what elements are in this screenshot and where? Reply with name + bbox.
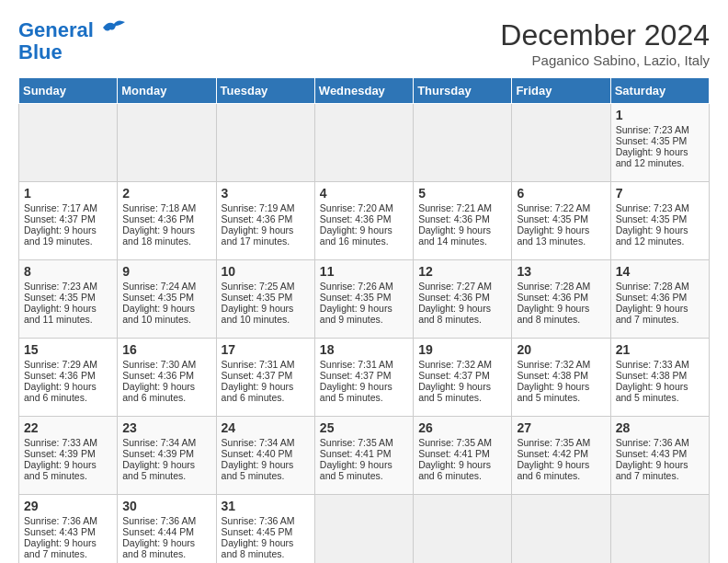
calendar-cell xyxy=(414,104,512,182)
sunrise-text: Sunrise: 7:22 AM xyxy=(517,202,605,213)
sunset-text: Sunset: 4:38 PM xyxy=(616,370,704,381)
daylight-text: Daylight: 9 hours and 8 minutes. xyxy=(418,303,506,325)
calendar-header-cell: Sunday xyxy=(19,78,118,104)
logo-general: General xyxy=(18,18,94,41)
sunrise-text: Sunrise: 7:32 AM xyxy=(418,359,506,370)
daylight-text: Daylight: 9 hours and 9 minutes. xyxy=(320,303,408,325)
day-number: 2 xyxy=(122,186,210,201)
sunset-text: Sunset: 4:39 PM xyxy=(24,448,112,459)
calendar-header-cell: Thursday xyxy=(414,78,512,104)
sunrise-text: Sunrise: 7:36 AM xyxy=(616,437,704,448)
sunrise-text: Sunrise: 7:36 AM xyxy=(122,515,210,526)
sunrise-text: Sunrise: 7:23 AM xyxy=(24,281,112,292)
sunset-text: Sunset: 4:41 PM xyxy=(418,448,506,459)
sunrise-text: Sunrise: 7:20 AM xyxy=(320,202,408,213)
sunrise-text: Sunrise: 7:23 AM xyxy=(616,202,704,213)
calendar-cell xyxy=(216,104,314,182)
calendar-header-cell: Wednesday xyxy=(314,78,413,104)
sunset-text: Sunset: 4:35 PM xyxy=(616,213,704,224)
calendar-cell: 10Sunrise: 7:25 AMSunset: 4:35 PMDayligh… xyxy=(216,260,314,339)
day-number: 15 xyxy=(24,342,112,357)
day-number: 27 xyxy=(517,420,605,435)
calendar-cell: 26Sunrise: 7:35 AMSunset: 4:41 PMDayligh… xyxy=(414,417,512,495)
sunrise-text: Sunrise: 7:33 AM xyxy=(24,437,112,448)
sunset-text: Sunset: 4:37 PM xyxy=(24,213,112,224)
sunrise-text: Sunrise: 7:36 AM xyxy=(222,515,310,526)
header: General Blue December 2024 Paganico Sabi… xyxy=(18,18,710,68)
day-number: 1 xyxy=(616,108,704,122)
daylight-text: Daylight: 9 hours and 5 minutes. xyxy=(418,381,506,403)
daylight-text: Daylight: 9 hours and 6 minutes. xyxy=(24,381,112,403)
sunset-text: Sunset: 4:35 PM xyxy=(122,292,210,303)
calendar-cell: 7Sunrise: 7:23 AMSunset: 4:35 PMDaylight… xyxy=(610,182,709,260)
sunset-text: Sunset: 4:41 PM xyxy=(320,448,408,459)
daylight-text: Daylight: 9 hours and 7 minutes. xyxy=(616,303,704,325)
calendar-cell: 24Sunrise: 7:34 AMSunset: 4:40 PMDayligh… xyxy=(216,417,314,495)
sunrise-text: Sunrise: 7:33 AM xyxy=(616,359,704,370)
sunrise-text: Sunrise: 7:19 AM xyxy=(222,202,310,213)
sunrise-text: Sunrise: 7:17 AM xyxy=(24,202,112,213)
day-number: 12 xyxy=(418,264,506,279)
sunset-text: Sunset: 4:36 PM xyxy=(222,213,310,224)
location-title: Paganico Sabino, Lazio, Italy xyxy=(500,52,710,68)
calendar-cell: 11Sunrise: 7:26 AMSunset: 4:35 PMDayligh… xyxy=(314,260,413,339)
calendar-week-row: 22Sunrise: 7:33 AMSunset: 4:39 PMDayligh… xyxy=(19,417,710,495)
sunset-text: Sunset: 4:45 PM xyxy=(222,526,310,537)
title-area: December 2024 Paganico Sabino, Lazio, It… xyxy=(500,18,710,68)
sunset-text: Sunset: 4:36 PM xyxy=(517,292,605,303)
daylight-text: Daylight: 9 hours and 5 minutes. xyxy=(122,459,210,481)
day-number: 10 xyxy=(222,264,310,279)
calendar-cell: 6Sunrise: 7:22 AMSunset: 4:35 PMDaylight… xyxy=(512,182,610,260)
daylight-text: Daylight: 9 hours and 13 minutes. xyxy=(517,224,605,247)
calendar-cell xyxy=(414,495,512,564)
sunset-text: Sunset: 4:36 PM xyxy=(418,292,506,303)
day-number: 23 xyxy=(122,420,210,435)
daylight-text: Daylight: 9 hours and 6 minutes. xyxy=(222,381,310,403)
daylight-text: Daylight: 9 hours and 10 minutes. xyxy=(122,303,210,325)
calendar-cell xyxy=(118,104,216,182)
sunrise-text: Sunrise: 7:35 AM xyxy=(517,437,605,448)
day-number: 16 xyxy=(122,342,210,357)
sunrise-text: Sunrise: 7:35 AM xyxy=(320,437,408,448)
calendar-cell xyxy=(19,104,118,182)
logo-blue: Blue xyxy=(18,40,63,63)
sunset-text: Sunset: 4:37 PM xyxy=(418,370,506,381)
sunrise-text: Sunrise: 7:18 AM xyxy=(122,202,210,213)
calendar-week-row: 1Sunrise: 7:23 AMSunset: 4:35 PMDaylight… xyxy=(19,104,710,182)
sunset-text: Sunset: 4:36 PM xyxy=(616,292,704,303)
calendar-cell: 22Sunrise: 7:33 AMSunset: 4:39 PMDayligh… xyxy=(19,417,118,495)
calendar-cell: 21Sunrise: 7:33 AMSunset: 4:38 PMDayligh… xyxy=(610,339,709,417)
day-number: 30 xyxy=(122,499,210,513)
calendar-cell: 5Sunrise: 7:21 AMSunset: 4:36 PMDaylight… xyxy=(414,182,512,260)
daylight-text: Daylight: 9 hours and 11 minutes. xyxy=(24,303,112,325)
day-number: 6 xyxy=(517,186,605,201)
day-number: 29 xyxy=(24,499,112,513)
day-number: 11 xyxy=(320,264,408,279)
sunset-text: Sunset: 4:43 PM xyxy=(24,526,112,537)
calendar-cell: 12Sunrise: 7:27 AMSunset: 4:36 PMDayligh… xyxy=(414,260,512,339)
calendar-week-row: 8Sunrise: 7:23 AMSunset: 4:35 PMDaylight… xyxy=(19,260,710,339)
daylight-text: Daylight: 9 hours and 5 minutes. xyxy=(24,459,112,481)
daylight-text: Daylight: 9 hours and 5 minutes. xyxy=(616,381,704,403)
sunset-text: Sunset: 4:35 PM xyxy=(616,135,704,146)
daylight-text: Daylight: 9 hours and 8 minutes. xyxy=(517,303,605,325)
day-number: 8 xyxy=(24,264,112,279)
sunset-text: Sunset: 4:36 PM xyxy=(418,213,506,224)
sunrise-text: Sunrise: 7:31 AM xyxy=(222,359,310,370)
calendar-cell: 13Sunrise: 7:28 AMSunset: 4:36 PMDayligh… xyxy=(512,260,610,339)
day-number: 20 xyxy=(517,342,605,357)
calendar-cell: 29Sunrise: 7:36 AMSunset: 4:43 PMDayligh… xyxy=(19,495,118,564)
calendar-header-cell: Monday xyxy=(118,78,216,104)
sunrise-text: Sunrise: 7:28 AM xyxy=(517,281,605,292)
daylight-text: Daylight: 9 hours and 5 minutes. xyxy=(517,381,605,403)
sunrise-text: Sunrise: 7:24 AM xyxy=(122,281,210,292)
calendar-header-row: SundayMondayTuesdayWednesdayThursdayFrid… xyxy=(19,78,710,104)
sunset-text: Sunset: 4:38 PM xyxy=(517,370,605,381)
sunrise-text: Sunrise: 7:29 AM xyxy=(24,359,112,370)
daylight-text: Daylight: 9 hours and 12 minutes. xyxy=(616,146,704,168)
calendar-cell: 27Sunrise: 7:35 AMSunset: 4:42 PMDayligh… xyxy=(512,417,610,495)
daylight-text: Daylight: 9 hours and 12 minutes. xyxy=(616,224,704,247)
logo: General Blue xyxy=(18,18,127,63)
day-number: 14 xyxy=(616,264,704,279)
logo-bird-icon xyxy=(101,18,127,37)
